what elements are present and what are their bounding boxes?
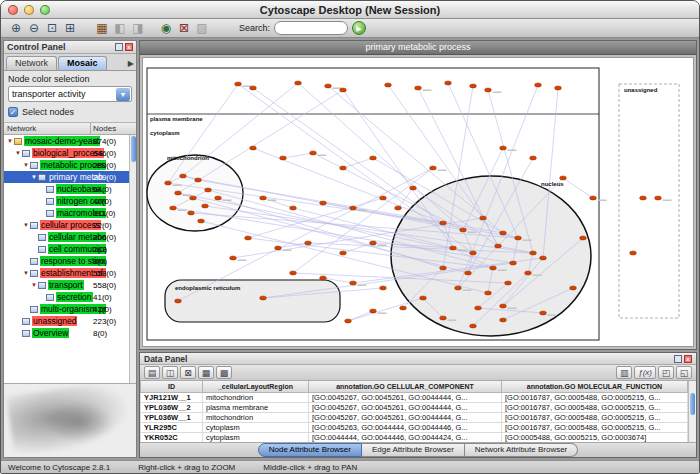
network-node[interactable] [370,309,377,313]
network-node[interactable] [540,256,547,260]
expander-icon[interactable]: ▼ [22,162,30,168]
tab-mosaic[interactable]: Mosaic [58,56,107,70]
network-node[interactable] [655,196,662,200]
attribute-matrix-icon[interactable]: ▥ [616,366,632,379]
network-node[interactable] [495,244,502,248]
table-scrollbar-thumb[interactable] [690,393,695,415]
network-node[interactable] [480,216,487,220]
network-canvas[interactable]: plasma membranecytoplasmmitochondrionnuc… [142,57,694,347]
table-row[interactable]: YJR121W__1mitochondrion[GO:0045267, GO:0… [141,392,688,402]
network-node[interactable] [445,81,452,85]
tab-edge-attribute-browser[interactable]: Edge Attribute Browser [362,443,465,457]
network-node[interactable] [470,84,477,88]
tree-row[interactable]: unassigned223(0) [4,315,129,327]
network-node[interactable] [245,236,252,240]
table-column-header[interactable]: _cellularLayoutRegion [203,381,309,392]
table-row[interactable]: YPL036W__1mitochondrion[GO:0045267, GO:0… [141,412,688,422]
network-node[interactable] [385,83,392,87]
network-node[interactable] [198,219,205,223]
network-node[interactable] [345,319,352,323]
tab-overflow-icon[interactable]: ▶ [128,59,134,70]
table-row[interactable]: YKR052Ccytoplasm[GO:0044444, GO:0044446,… [141,432,688,442]
import-attributes-icon[interactable]: ◰ [658,366,674,379]
network-node[interactable] [500,146,507,150]
network-node[interactable] [540,311,547,315]
network-node[interactable] [450,246,457,250]
tree-row[interactable]: ▼metabolic process280(0) [4,159,129,171]
network-node[interactable] [505,281,512,285]
zoom-selected-icon[interactable]: ⊡ [43,20,61,36]
unselect-all-attributes-icon[interactable]: ▩ [216,366,232,379]
network-node[interactable] [325,84,332,88]
delete-attribute-icon[interactable]: ⊠ [180,366,196,379]
tree-header-nodes[interactable]: Nodes [91,123,136,134]
network-node[interactable] [250,146,257,150]
network-node[interactable] [485,88,492,92]
network-node[interactable] [195,178,202,182]
network-node[interactable] [430,166,437,170]
tree-scrollbar-thumb[interactable] [131,136,136,162]
expander-icon[interactable]: ▼ [30,282,38,288]
new-network-from-selection-icon[interactable]: ◉ [157,20,175,36]
network-node[interactable] [170,206,177,210]
network-node[interactable] [175,299,182,303]
float-data-panel-icon[interactable] [674,355,682,363]
table-row[interactable]: YPL036W__2plasma membrane[GO:0045267, GO… [141,402,688,412]
table-row[interactable]: YLR295Ccytoplasm[GO:0045263, GO:0044444,… [141,422,688,432]
network-node[interactable] [590,196,597,200]
zoom-window-button[interactable] [40,5,50,15]
tree-row[interactable]: secretion41(0) [4,291,129,303]
open-attributes-icon[interactable]: ◱ [676,366,692,379]
tree-row[interactable]: multi-organism pro...42(0) [4,303,129,315]
network-node[interactable] [320,201,327,205]
network-node[interactable] [500,318,507,322]
network-node[interactable] [455,286,462,290]
network-node[interactable] [340,88,347,92]
network-node[interactable] [215,196,222,200]
network-node[interactable] [310,151,317,155]
network-node[interactable] [580,236,587,240]
network-node[interactable] [555,86,562,90]
expander-icon[interactable]: ▼ [6,138,14,144]
tree-row[interactable]: ▼establishment of lo...558(0) [4,267,129,279]
network-node[interactable] [260,296,267,300]
network-node[interactable] [475,306,482,310]
expander-icon[interactable]: ▼ [14,150,22,156]
close-window-button[interactable] [8,5,18,15]
close-data-panel-icon[interactable]: x [684,355,692,363]
select-attributes-icon[interactable]: ▤ [144,366,160,379]
network-node[interactable] [340,166,347,170]
network-node[interactable] [415,86,422,90]
tab-node-attribute-browser[interactable]: Node Attribute Browser [258,443,362,457]
network-node[interactable] [235,82,242,86]
network-node[interactable] [560,176,567,180]
network-node[interactable] [500,231,507,235]
network-node[interactable] [470,251,477,255]
table-column-header[interactable]: annotation.GO CELLULAR_COMPONENT [309,381,502,392]
tree-row[interactable]: response to stimul...8(0) [4,255,129,267]
network-node[interactable] [535,83,542,87]
network-node[interactable] [395,206,402,210]
close-panel-icon[interactable]: x [125,43,133,51]
network-node[interactable] [320,276,327,280]
expander-icon[interactable]: ▼ [22,222,30,228]
network-node[interactable] [250,86,257,90]
network-node[interactable] [420,296,427,300]
network-node[interactable] [440,221,447,225]
tree-row[interactable]: macromolecule...311(0) [4,207,129,219]
network-node[interactable] [400,306,407,310]
network-node[interactable] [460,228,467,232]
network-node[interactable] [570,286,577,290]
node-color-select[interactable]: transporter activity ▼ [8,86,132,102]
network-node[interactable] [410,186,417,190]
show-graphics-details-icon[interactable]: ▦ [93,20,111,36]
network-node[interactable] [380,196,387,200]
tree-row[interactable]: ▼cellular process22(0) [4,219,129,231]
network-node[interactable] [370,156,377,160]
network-node[interactable] [202,204,209,208]
minimize-window-button[interactable] [24,5,34,15]
network-node[interactable] [630,251,637,255]
table-column-header[interactable]: annotation.GO MOLECULAR_FUNCTION [502,381,688,392]
network-node[interactable] [350,206,357,210]
zoom-out-icon[interactable]: ⊖ [25,20,43,36]
